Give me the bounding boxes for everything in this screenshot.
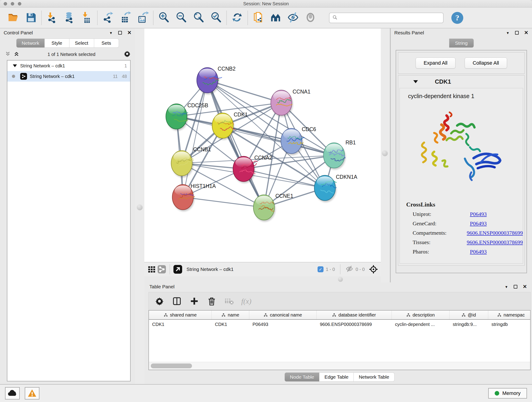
column-header-description[interactable]: description — [392, 311, 450, 319]
panel-float-icon[interactable] — [118, 31, 122, 35]
network-edge[interactable] — [207, 80, 264, 207]
zoom-in-button[interactable] — [156, 10, 171, 26]
crosslink-link[interactable]: P06493 — [470, 249, 487, 255]
table-panel-title: Table Panel — [149, 284, 505, 289]
column-header-canonical-name[interactable]: canonical name — [249, 311, 317, 319]
column-header-name[interactable]: name — [212, 311, 249, 319]
export-image-button[interactable] — [135, 10, 150, 26]
tab-style[interactable]: Style — [45, 38, 70, 48]
memory-button[interactable]: Memory — [488, 388, 527, 399]
tab-node-table[interactable]: Node Table — [285, 372, 319, 382]
delete-column-button[interactable] — [206, 296, 217, 306]
splitter-network-table[interactable] — [144, 276, 381, 282]
panel-close-icon[interactable]: ✕ — [127, 30, 132, 35]
network-node-cdkn1a[interactable] — [314, 175, 336, 202]
table-cell[interactable]: cyclin-dependent ... — [392, 322, 450, 327]
table-cell[interactable]: 9606.ENSP00000378699 — [317, 322, 392, 327]
save-session-button[interactable] — [23, 10, 38, 26]
selected-checkbox-icon[interactable]: ✓ — [317, 266, 323, 272]
panel-float-icon[interactable] — [515, 31, 519, 35]
table-cell[interactable]: CDK1 — [149, 322, 212, 327]
zoom-fit-button[interactable] — [191, 10, 206, 26]
table-cell[interactable]: CDK1 — [212, 322, 249, 327]
zoom-out-button[interactable] — [174, 10, 189, 26]
expand-all-button[interactable]: Expand All — [416, 57, 456, 69]
column-header-namespac[interactable]: namespac — [488, 311, 532, 319]
birds-eye-view-icon[interactable] — [368, 264, 379, 274]
crosslink-link[interactable]: P06493 — [470, 211, 487, 217]
network-overview-button[interactable] — [268, 10, 283, 26]
add-column-button[interactable] — [189, 296, 200, 306]
panel-float-icon[interactable] — [514, 285, 517, 288]
panel-menu-icon[interactable]: ▼ — [505, 285, 508, 289]
network-node-ccna2[interactable] — [233, 156, 258, 183]
collapse-all-icon[interactable] — [5, 51, 11, 57]
grid-view-icon[interactable] — [147, 264, 157, 274]
clone-view-button[interactable] — [251, 10, 266, 26]
network-row[interactable]: String Network – cdk1 11 48 — [7, 71, 130, 82]
table-row[interactable]: CDK1CDK1P064939606.ENSP00000378699cyclin… — [149, 320, 530, 329]
table-cell[interactable]: P06493 — [249, 322, 317, 327]
tab-network-table[interactable]: Network Table — [354, 372, 394, 382]
refresh-layout-button[interactable] — [230, 10, 245, 26]
open-in-window-icon[interactable] — [173, 264, 183, 274]
delete-table-button[interactable] — [224, 296, 234, 306]
network-edge[interactable] — [183, 80, 207, 197]
table-settings-button[interactable] — [154, 296, 165, 306]
panel-menu-icon[interactable]: ▼ — [506, 31, 510, 35]
network-node-cdc25b[interactable] — [166, 104, 188, 131]
gear-icon[interactable] — [124, 51, 131, 58]
column-header-shared-name[interactable]: shared name — [149, 311, 212, 319]
open-session-button[interactable] — [6, 10, 21, 26]
table-horizontal-scrollbar[interactable] — [149, 362, 530, 370]
splitter-handle[interactable] — [382, 150, 388, 156]
scrollbar-thumb[interactable] — [151, 364, 192, 368]
table-cell[interactable]: stringdb — [488, 322, 532, 327]
network-edge[interactable] — [183, 197, 264, 207]
expand-all-icon[interactable] — [14, 51, 19, 57]
tab-sets[interactable]: Sets — [94, 38, 119, 48]
network-edge[interactable] — [223, 126, 334, 155]
collapse-all-button[interactable]: Collapse All — [465, 57, 507, 69]
crosslink-link[interactable]: 9606.ENSP00000378699 — [467, 230, 523, 236]
gene-section-header[interactable]: CDK1 — [398, 75, 525, 88]
tab-edge-table[interactable]: Edge Table — [319, 372, 354, 382]
help-button[interactable]: ? — [451, 12, 463, 24]
splitter-control-network[interactable] — [135, 28, 144, 384]
import-table-button[interactable] — [79, 10, 94, 26]
panel-menu-icon[interactable]: ▼ — [109, 31, 113, 35]
crosslink-link[interactable]: 9606.ENSP00000378699 — [467, 239, 523, 245]
export-table-button[interactable] — [118, 10, 133, 26]
network-node-ccna1[interactable] — [271, 90, 293, 117]
panel-close-icon[interactable]: ✕ — [524, 30, 528, 35]
show-columns-button[interactable] — [172, 296, 182, 306]
column-header-database-identifier[interactable]: database identifier — [317, 311, 392, 319]
cloud-status-button[interactable] — [5, 387, 20, 400]
crosslink-link[interactable]: P06493 — [470, 220, 487, 227]
import-database-button[interactable] — [62, 10, 77, 26]
network-collection-row[interactable]: String Network – cdk1 1 — [7, 61, 130, 71]
function-builder-button[interactable]: f(x) — [241, 297, 251, 306]
show-panel-button[interactable] — [303, 10, 318, 26]
tab-string[interactable]: String — [449, 38, 474, 48]
column-header--id[interactable]: @id — [450, 311, 488, 319]
network-node-ccne1[interactable] — [253, 195, 275, 222]
import-network-button[interactable] — [44, 10, 60, 26]
panel-close-icon[interactable]: ✕ — [523, 284, 527, 289]
table-cell[interactable]: stringdb:9... — [450, 322, 488, 327]
network-node-rb1[interactable] — [323, 143, 346, 170]
collapse-gene-icon[interactable] — [413, 80, 418, 83]
collapse-collection-icon[interactable] — [13, 64, 17, 67]
splitter-handle[interactable] — [338, 277, 343, 282]
zoom-selected-button[interactable] — [209, 10, 224, 26]
tab-select[interactable]: Select — [70, 38, 94, 48]
network-canvas[interactable]: CCNB2CCNA1CDC25BCDK1CDC6RB1CCNB1CCNA2CDK… — [144, 28, 381, 262]
warnings-button[interactable] — [25, 387, 39, 400]
export-network-button[interactable] — [100, 10, 115, 26]
hide-panels-button[interactable] — [285, 10, 301, 26]
tab-network[interactable]: Network — [16, 38, 44, 48]
search-input[interactable] — [340, 15, 440, 20]
splitter-network-results[interactable] — [381, 28, 391, 282]
splitter-handle[interactable] — [137, 204, 143, 211]
network-badge-icon[interactable] — [157, 264, 167, 274]
